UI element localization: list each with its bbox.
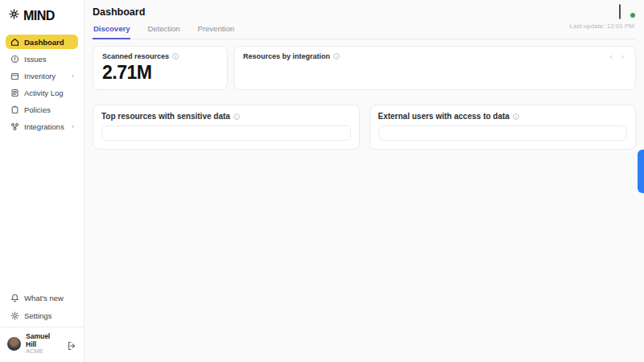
gear-icon: [10, 311, 19, 320]
sidebar-item-label: Activity Log: [24, 88, 64, 97]
mind-logo-icon: [8, 8, 20, 23]
integration-status-strip: [611, 5, 634, 17]
last-update-text: Last update: 12:01 PM: [570, 23, 635, 30]
logo: MIND: [6, 8, 78, 23]
sidebar-item-label: Inventory: [24, 72, 56, 80]
sidebar-item-label: Issues: [24, 55, 46, 64]
info-icon: i: [513, 113, 519, 120]
external-users-card: External users with access to data i: [369, 105, 637, 150]
tab-discovery[interactable]: Discovery: [93, 24, 130, 39]
bell-icon: [10, 294, 19, 302]
sidebar-item-activity-log[interactable]: Activity Log: [6, 85, 78, 100]
main-content: Dashboard Last update: 12:01 PM Discover…: [85, 0, 644, 362]
info-icon: i: [172, 53, 179, 60]
sidebar-item-dashboard[interactable]: Dashboard: [6, 35, 78, 49]
support-chat-button[interactable]: [619, 5, 634, 17]
logout-icon[interactable]: [67, 339, 76, 349]
external-users-title: External users with access to data: [378, 112, 510, 121]
chevron-right-icon: ›: [72, 122, 74, 130]
settings-button[interactable]: Settings: [6, 309, 78, 323]
top-resources-card: Top resources with sensitive data i: [93, 105, 360, 150]
chevron-right-icon: ›: [72, 72, 74, 80]
policies-icon: [10, 105, 19, 114]
avatar: [7, 337, 21, 351]
chat-online-badge: [630, 12, 636, 19]
logo-text: MIND: [23, 9, 55, 23]
feedback-edge-tab[interactable]: [638, 150, 644, 193]
chat-icon: [619, 4, 621, 19]
inventory-icon: [10, 72, 19, 80]
top-resources-title: Top resources with sensitive data: [101, 112, 230, 121]
sidebar-item-label: Integrations: [24, 122, 64, 131]
issues-icon: [10, 55, 19, 64]
integration-pager[interactable]: ‹ ›: [610, 52, 627, 61]
user-profile[interactable]: Samuel Hill ACME: [0, 327, 84, 356]
integrations-icon: [10, 122, 19, 131]
scanned-resources-card: Scanned resources i 2.71M: [93, 46, 228, 90]
table-header: [379, 126, 627, 140]
sidebar-item-integrations[interactable]: Integrations›: [6, 119, 78, 134]
sidebar: MIND DashboardIssuesInventory›Activity L…: [0, 0, 85, 362]
tab-prevention[interactable]: Prevention: [197, 24, 235, 39]
activity-icon: [10, 88, 19, 97]
scanned-resources-value: 2.71M: [102, 62, 218, 84]
whats-new-label: What's new: [24, 294, 64, 302]
page-title: Dashboard: [93, 6, 636, 18]
user-org: ACME: [26, 348, 62, 356]
sidebar-nav: DashboardIssuesInventory›Activity LogPol…: [6, 35, 78, 136]
sidebar-item-label: Dashboard: [24, 38, 64, 47]
whats-new-button[interactable]: What's new: [6, 291, 78, 306]
resources-by-integration-title: Resources by integration: [243, 52, 330, 60]
sidebar-item-issues[interactable]: Issues: [6, 51, 78, 66]
sidebar-item-label: Policies: [24, 105, 51, 114]
sidebar-item-inventory[interactable]: Inventory›: [6, 68, 78, 83]
resources-by-integration-card: Resources by integration i ‹ ›: [233, 46, 636, 90]
tab-detection[interactable]: Detection: [147, 24, 180, 39]
settings-label: Settings: [24, 311, 52, 320]
user-name: Samuel Hill: [26, 333, 62, 349]
table-header: [102, 126, 350, 140]
sidebar-item-policies[interactable]: Policies: [6, 102, 78, 117]
home-icon: [10, 38, 19, 47]
info-icon: i: [233, 113, 240, 120]
scanned-resources-title: Scanned resources: [102, 52, 169, 60]
info-icon: i: [333, 53, 340, 60]
dashboard-tabs: DiscoveryDetectionPrevention: [93, 24, 636, 39]
